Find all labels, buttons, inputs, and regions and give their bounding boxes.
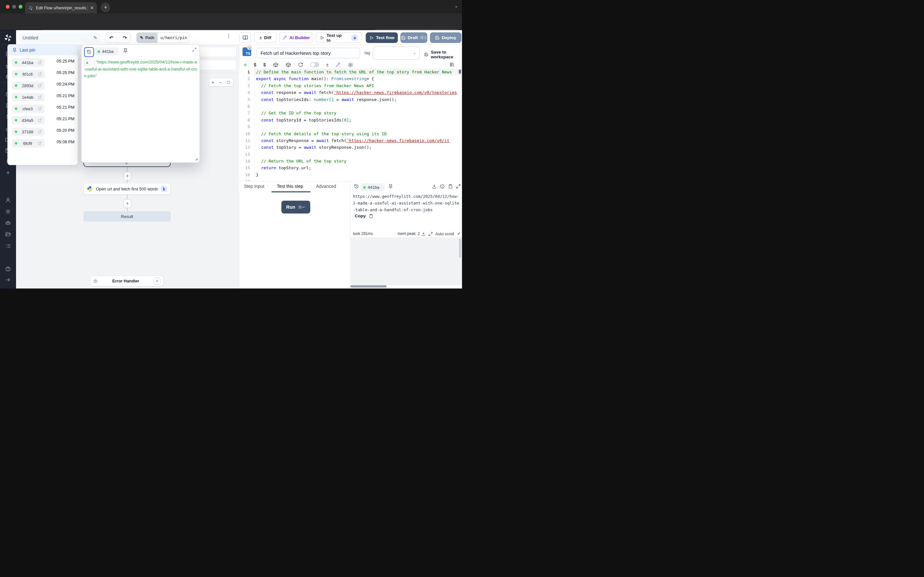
plusminus-icon[interactable]: ± <box>326 62 329 67</box>
variables-icon[interactable]: $ <box>254 62 256 67</box>
code-line[interactable]: 1// Define the main function to fetch th… <box>239 69 462 75</box>
sidebar-item-folders[interactable] <box>0 229 16 239</box>
browser-tab[interactable]: Edit Flow u/henri/pin_results | ✕ <box>25 2 97 13</box>
fit-view-icon[interactable] <box>226 81 230 84</box>
redo-button[interactable]: ↷ <box>120 35 130 41</box>
zoom-out-button[interactable]: − <box>219 80 222 85</box>
job-id-pill[interactable]: cfee3 <box>12 105 45 113</box>
undo-button[interactable]: ↶ <box>106 35 117 41</box>
clipboard-icon[interactable] <box>448 184 453 189</box>
expand-logs-icon[interactable] <box>428 232 433 236</box>
auto-scroll-check-icon[interactable]: ✓ <box>457 231 460 236</box>
diff-mode-toggle[interactable] <box>310 62 319 67</box>
copy-button[interactable]: Copy <box>355 213 373 218</box>
add-error-handler-button[interactable] <box>153 277 160 285</box>
tab-close-icon[interactable]: ✕ <box>90 5 94 10</box>
code-line[interactable]: 4 const response = await fetch('https://… <box>239 89 462 96</box>
code-line[interactable]: 6 <box>239 103 462 110</box>
code-editor[interactable]: 1// Define the main function to fetch th… <box>239 69 462 181</box>
contextual-variables-icon[interactable]: $ <box>263 62 266 67</box>
sidebar-item-collapse[interactable] <box>0 275 16 285</box>
external-link-icon[interactable] <box>38 141 42 145</box>
save-to-workspace-button[interactable]: Save to workspace <box>424 50 462 59</box>
sidebar-item-help[interactable] <box>0 264 16 274</box>
external-link-icon[interactable] <box>38 84 42 87</box>
sidebar-item-account[interactable] <box>0 195 16 205</box>
code-line[interactable]: 7 // Get the ID of the top story <box>239 110 462 116</box>
test-flow-button[interactable]: Test flow <box>366 32 398 43</box>
external-link-icon[interactable] <box>38 95 42 99</box>
path-chip[interactable]: ✎Path u/henri/pin <box>136 32 189 43</box>
job-id-pill[interactable]: 441ba <box>12 58 45 67</box>
result-node[interactable]: Result <box>83 211 171 221</box>
external-link-icon[interactable] <box>115 50 116 53</box>
windmill-logo[interactable] <box>4 34 12 43</box>
sidebar-item-audit-logs[interactable] <box>0 241 16 251</box>
job-id-pill[interactable]: d34a5 <box>12 116 45 124</box>
download-icon[interactable] <box>432 184 437 189</box>
pin-row[interactable]: 1e4ab05:21 PM <box>8 91 78 103</box>
code-line[interactable]: 11 const storyResponse = await fetch(`ht… <box>239 137 462 144</box>
pin-row[interactable]: 6fcf905:08 PM <box>8 137 78 149</box>
tag-select[interactable]: ⌄ <box>373 47 420 60</box>
external-link-icon[interactable] <box>381 185 382 189</box>
log-vertical-scrollbar[interactable] <box>459 239 461 258</box>
pin-toggle-icon[interactable] <box>388 184 393 189</box>
pin-row[interactable]: cfee305:21 PM <box>8 103 78 114</box>
code-line[interactable]: 3 // Fetch the top stories from Hacker N… <box>239 82 462 89</box>
sidebar-item-add[interactable]: + <box>0 168 16 177</box>
zoom-in-button[interactable]: + <box>212 80 214 85</box>
editor-scrollbar-thumb[interactable] <box>459 69 461 74</box>
pin-row[interactable]: d34a505:21 PM <box>8 114 78 126</box>
code-line[interactable]: 8 const topStoryId = topStoriesIds[0]; <box>239 117 462 123</box>
tab-step-input[interactable]: Step Input <box>244 184 264 189</box>
new-tab-button[interactable]: + <box>101 3 110 12</box>
ai-wand-icon[interactable] <box>336 62 341 67</box>
edit-name-pencil-icon[interactable]: ✎ <box>94 35 97 40</box>
job-id-pill[interactable]: 37188 <box>12 127 45 136</box>
docs-book-button[interactable] <box>239 32 251 43</box>
code-line[interactable]: 12 const topStory = await storyResponse.… <box>239 144 462 151</box>
external-link-icon[interactable] <box>38 130 42 134</box>
auto-scroll-label[interactable]: Auto scroll <box>435 232 454 236</box>
log-horizontal-scrollbar[interactable] <box>351 285 387 287</box>
window-chevron-icon[interactable]: ⌄ <box>454 3 458 8</box>
code-line[interactable]: 15 return topStory.url; <box>239 164 462 171</box>
draft-button[interactable]: Draft⌘S <box>401 32 427 43</box>
refresh-icon[interactable] <box>298 62 303 67</box>
sidebar-item-settings[interactable] <box>0 207 16 216</box>
external-link-icon[interactable] <box>38 118 42 122</box>
insert-step-button[interactable] <box>124 199 131 208</box>
pin-row[interactable]: 2893d05:24 PM <box>8 80 78 91</box>
pin-toggle-icon[interactable] <box>123 48 128 53</box>
flow-step-node[interactable]: Open url and fetch first 500 words of ..… <box>83 183 171 195</box>
resize-handle[interactable]: ◢ <box>195 157 198 161</box>
error-handler-node[interactable]: Error Handler <box>90 276 163 286</box>
history-icon[interactable] <box>354 184 359 189</box>
insert-step-button[interactable] <box>124 171 131 181</box>
step-summary-input[interactable]: Fetch url of HackerNews top story <box>257 48 360 58</box>
code-line[interactable]: 16} <box>239 171 462 178</box>
external-link-icon[interactable] <box>38 107 42 111</box>
maximize-window-button[interactable] <box>19 5 23 9</box>
pin-row[interactable]: 441ba05:25 PM <box>8 57 78 68</box>
job-id-pill[interactable]: 441ba <box>95 47 119 55</box>
tab-advanced[interactable]: Advanced <box>316 184 336 189</box>
minimize-window-button[interactable] <box>12 5 16 9</box>
code-line[interactable]: 2export async function main(): Promise<s… <box>239 75 462 82</box>
flow-name-input[interactable]: Untitled ✎ <box>19 33 100 43</box>
job-id-pill[interactable]: 6fcf9 <box>12 139 45 147</box>
test-up-to-button[interactable]: Test up to a <box>316 32 362 43</box>
job-id-pill[interactable]: 1e4ab <box>12 93 45 101</box>
package-icon[interactable] <box>273 62 278 68</box>
gear-icon[interactable] <box>348 62 353 68</box>
package-icon[interactable] <box>286 62 291 68</box>
ai-builder-button[interactable]: AI Builder <box>279 32 313 43</box>
diff-button[interactable]: ±Diff <box>254 32 276 43</box>
code-line[interactable]: 5 const topStoriesIds: number[] = await … <box>239 96 462 103</box>
flow-top-node[interactable] <box>195 60 236 70</box>
job-id-pill[interactable]: 441ba <box>360 183 384 191</box>
job-id-pill[interactable]: 6f1c6 <box>12 70 45 78</box>
info-icon[interactable] <box>440 184 445 189</box>
pin-row[interactable]: 6f1c605:25 PM <box>8 68 78 80</box>
